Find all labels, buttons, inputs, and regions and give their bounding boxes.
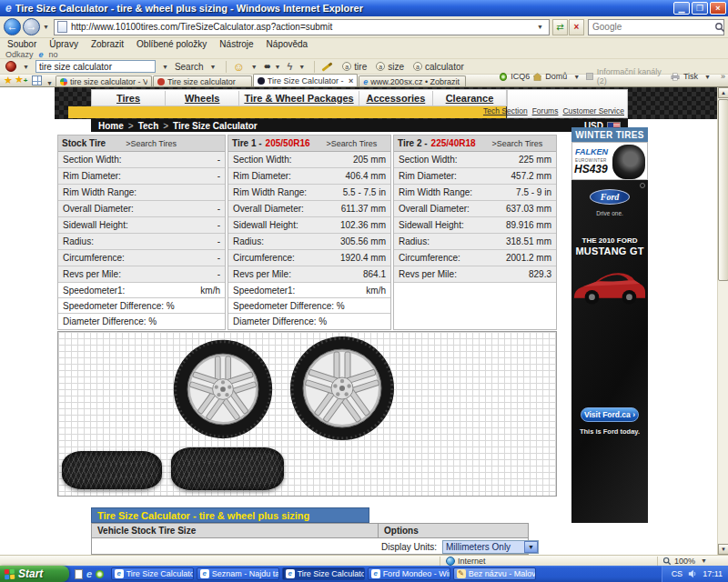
breadcrumb-home[interactable]: Home [98, 121, 124, 131]
display-units-select[interactable]: Millimeters Only ▼ [442, 540, 539, 554]
table-row: Rim Diameter:457.2 mm [394, 168, 556, 185]
menu-soubor[interactable]: Soubor [7, 39, 36, 49]
task-paint[interactable]: ✎ Bez názvu - Malování [453, 567, 536, 580]
restore-button[interactable]: ❐ [692, 2, 708, 15]
refresh-button[interactable]: ⇄ [552, 19, 568, 35]
home-button[interactable]: Domů [545, 72, 567, 81]
falken-ad[interactable]: FALKEN EUROWINTER HS439 [571, 142, 648, 180]
mustang-car-image [572, 262, 647, 309]
tab-200sx-forum[interactable]: e www.200sx.cz • Zobrazit té... [359, 75, 465, 86]
breadcrumb-tech[interactable]: Tech [138, 121, 159, 131]
icq-icon[interactable] [500, 73, 507, 81]
forward-button[interactable]: → [23, 18, 40, 35]
menu-napoveda[interactable]: Nápověda [267, 39, 308, 49]
quick-launch-icq-icon[interactable] [96, 570, 104, 578]
print-dropdown-icon[interactable]: ▼ [704, 74, 711, 80]
quick-launch-document-icon[interactable] [75, 569, 83, 579]
scroll-down-button[interactable]: ▼ [718, 544, 728, 555]
menu-zobrazit[interactable]: Zobrazit [91, 39, 124, 49]
toolbar-logo-icon[interactable] [5, 61, 16, 72]
scrollbar-thumb[interactable] [718, 99, 728, 281]
print-button[interactable]: Tisk [683, 72, 698, 81]
nav-tires[interactable]: Tires [92, 91, 166, 105]
search-tires-link[interactable]: >Search Tires [327, 139, 378, 148]
sunglasses-smileys-icon[interactable]: ●● [264, 62, 268, 71]
zoom-dropdown-icon[interactable]: ▼ [701, 557, 707, 564]
toolbar-overflow-icon[interactable]: » [721, 72, 725, 81]
tab-list-dropdown-icon[interactable]: ▼ [46, 80, 53, 86]
scroll-up-button[interactable]: ▲ [718, 87, 728, 98]
menu-oblibene[interactable]: Oblíbené položky [136, 39, 207, 49]
toolbar-search-history-icon[interactable]: ▼ [162, 64, 168, 70]
toolbar-search-button[interactable]: Search [175, 62, 204, 72]
runner-dropdown-icon[interactable]: ▼ [298, 64, 305, 70]
tab-tire-size-calculator-2[interactable]: Tire size calculator [153, 75, 252, 86]
volume-icon[interactable] [688, 569, 697, 578]
links-bar-item[interactable]: no [49, 50, 58, 59]
nav-clearance[interactable]: Clearance [433, 91, 506, 105]
options-header: Options [379, 526, 528, 536]
stop-button[interactable]: × [569, 19, 584, 35]
tab-close-icon[interactable]: × [349, 76, 353, 85]
link-tech-section[interactable]: Tech Section [483, 106, 528, 115]
icq-button[interactable]: ICQ6 [511, 72, 530, 81]
minimize-button[interactable]: ▁ [673, 2, 690, 15]
start-button[interactable]: Start [0, 566, 69, 582]
security-zone: Internet [446, 557, 486, 566]
link-customer-service[interactable]: Customer Service [562, 106, 624, 115]
quick-tabs-icon[interactable] [32, 75, 42, 85]
menu-nastroje[interactable]: Nástroje [219, 39, 253, 49]
add-favorite-icon[interactable]: ★+ [15, 74, 28, 86]
favorites-star-icon[interactable]: ★ [4, 75, 13, 86]
smiley-dropdown-icon[interactable]: ▼ [251, 64, 258, 70]
zoom-control[interactable]: 100% ▼ [662, 557, 710, 566]
nav-packages[interactable]: Tire & Wheel Packages [239, 91, 359, 105]
vertical-scrollbar[interactable]: ▲ ▼ [717, 87, 728, 555]
task-tire-size-calculator-1[interactable]: e Tire Size Calculator - ... [111, 567, 194, 580]
link-forums[interactable]: Forums [532, 106, 559, 115]
toolbar-logo-dropdown-icon[interactable]: ▼ [23, 64, 29, 70]
url-text[interactable]: http://www.10100tires.com/TireSizeCalcul… [71, 22, 534, 32]
page-icon [57, 21, 67, 33]
url-dropdown-icon[interactable]: ▼ [537, 24, 543, 30]
printer-icon[interactable] [671, 73, 680, 81]
winter-tires-header[interactable]: WINTER TIRES [571, 127, 648, 142]
language-indicator[interactable]: CS [672, 569, 683, 578]
search-tires-link[interactable]: >Search Tires [492, 139, 543, 148]
task-tire-size-calculator-active[interactable]: e Tire Size Calculator - ... [282, 567, 365, 580]
nav-accessories[interactable]: Accessories [359, 91, 433, 105]
tab-google-search[interactable]: tire size calculator - Vyhledat... [56, 75, 152, 86]
highlight-word-tire[interactable]: a tire [342, 62, 367, 72]
task-seznam[interactable]: e Seznam - Najdu tam,... [197, 567, 279, 580]
back-button[interactable]: ← [4, 18, 21, 35]
search-icon[interactable] [714, 22, 725, 33]
feeds-button: Informační kanály (2) [597, 67, 667, 85]
search-tires-link[interactable]: >Search Tires [126, 139, 177, 148]
task-ford-mondeo[interactable]: e Ford Mondeo - Windo... [368, 567, 450, 580]
url-field[interactable]: http://www.10100tires.com/TireSizeCalcul… [54, 19, 550, 35]
runner-icon[interactable]: ϟ [288, 61, 293, 72]
menu-upravy[interactable]: Úpravy [49, 39, 78, 49]
ad-line1: THE 2010 FORD [571, 236, 648, 245]
web-search-box[interactable]: ▼ [588, 19, 724, 35]
toolbar-search-input[interactable] [35, 60, 156, 73]
quick-launch-ie-icon[interactable]: e [86, 568, 92, 579]
smiley-icon[interactable]: ☺ [233, 61, 245, 73]
web-search-input[interactable] [591, 21, 714, 33]
highlighter-pen-icon[interactable] [322, 62, 333, 71]
highlight-word-size[interactable]: a size [376, 62, 404, 72]
falken-model: HS439 [574, 163, 608, 176]
home-icon[interactable] [533, 73, 541, 81]
nav-wheels[interactable]: Wheels [166, 91, 239, 105]
sunglasses-dropdown-icon[interactable]: ▼ [275, 64, 281, 70]
visit-ford-button[interactable]: Visit Ford.ca › [581, 407, 639, 422]
history-dropdown-icon[interactable]: ▼ [43, 24, 49, 30]
select-dropdown-icon[interactable]: ▼ [524, 541, 538, 553]
toolbar-search-options-icon[interactable]: ▼ [210, 64, 217, 70]
home-dropdown-icon[interactable]: ▼ [573, 74, 580, 80]
highlight-word-calculator[interactable]: a calculator [413, 62, 464, 72]
close-button[interactable]: × [710, 2, 726, 15]
ford-mustang-ad[interactable]: Ford Drive one. THE 2010 FORD MUSTANG GT… [571, 180, 648, 523]
ad-choices-icon[interactable] [640, 183, 645, 188]
tab-tire-size-calculator-active[interactable]: Tire Size Calculator - tire ... × [253, 74, 359, 86]
